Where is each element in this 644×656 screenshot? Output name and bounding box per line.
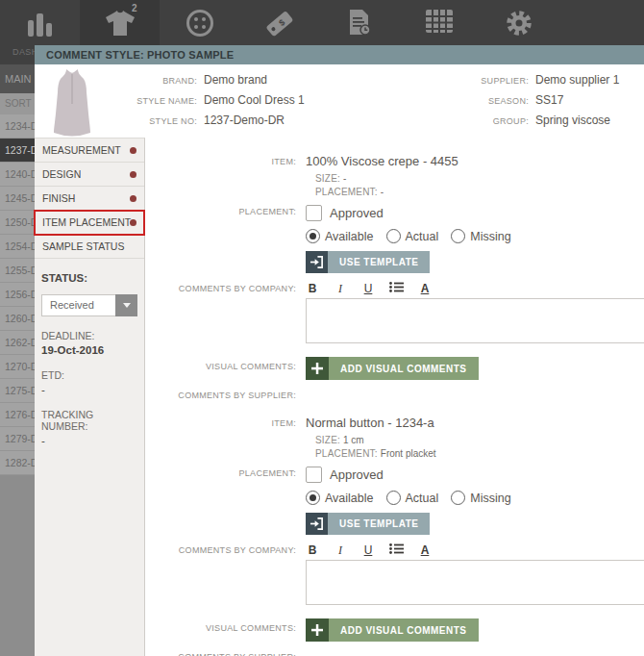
table-grid-icon [425,9,454,38]
sidebar-item-finish[interactable]: FINISH [35,187,144,211]
plus-icon [306,357,329,380]
list-item: 1282-D [0,451,35,475]
item-value: Normal button - 1234-a [306,416,644,430]
radio-circle [306,491,320,505]
size-label: SIZE: [315,435,340,445]
supplier-value: Demo supplier 1 [535,73,619,87]
season-value: SS17 [535,93,563,107]
status-dropdown[interactable]: Received [41,294,137,316]
radio-missing[interactable]: Missing [451,491,510,505]
italic-button[interactable]: I [334,282,347,296]
sidebar-item-design[interactable]: DESIGN [35,163,144,187]
availability-radio-group: Available Actual Missing [306,229,644,243]
placement-content: ITEM: 100% Viscose crepe - 4455 SIZE:- P… [146,138,644,656]
radio-circle [386,491,401,505]
deadline-label: DEADLINE: [41,330,137,341]
radio-circle [451,229,465,243]
list-item: 1254-D [0,235,35,259]
background-style-list: MAIN SORT 1234-D 1237-D 1240-D 1245-D 12… [0,64,35,656]
tracking-number-label: TRACKING NUMBER: [41,409,137,432]
placement-info-label: PLACEMENT: [315,448,378,459]
radio-available[interactable]: Available [306,491,374,505]
style-name-value: Demo Cool Dress 1 [204,93,305,107]
radio-circle [386,229,401,243]
comments-by-supplier-label: COMMENTS BY SUPPLIER: [146,649,306,656]
list-item: 1275-D [0,379,35,403]
item-label: ITEM: [146,416,306,430]
radio-circle [306,229,320,243]
list-item: 1279-D [0,427,35,451]
supplier-label: SUPPLIER: [426,76,529,86]
gear-icon [505,9,533,41]
list-icon[interactable] [389,543,404,558]
approved-checkbox[interactable] [306,205,322,221]
size-value: 1 cm [343,435,364,445]
text-format-toolbar: B I U A [306,542,644,558]
underline-button[interactable]: U [361,543,375,558]
red-status-dot [130,171,136,178]
tracking-number-value: - [41,435,137,446]
sidebar-item-sample-status[interactable]: SAMPLE STATUS [35,235,144,259]
bold-button[interactable]: B [306,543,319,558]
placement-info: PLACEMENT:Front placket [315,447,644,461]
placement-info-label: PLACEMENT: [315,187,378,197]
etd-value: - [41,384,137,395]
availability-radio-group: Available Actual Missing [306,491,644,505]
radio-available[interactable]: Available [306,229,374,243]
approved-label: Approved [330,467,384,482]
visual-comments-label: VISUAL COMMENTS: [146,357,306,380]
use-template-button[interactable]: USE TEMPLATE [306,513,430,535]
comments-by-company-label: COMMENTS BY COMPANY: [146,542,306,558]
company-comments-textarea[interactable] [306,298,644,343]
company-comments-textarea[interactable] [306,560,644,605]
add-visual-comments-button[interactable]: ADD VISUAL COMMENTS [306,618,479,642]
brand-label: BRAND: [94,76,197,86]
red-status-dot [130,219,136,226]
radio-missing[interactable]: Missing [451,229,510,243]
use-template-button[interactable]: USE TEMPLATE [306,251,430,273]
season-label: SEASON: [426,96,529,106]
placement-label: PLACEMENT: [146,467,306,483]
list-item: 1262-D [0,331,35,355]
list-item: 1276-D [0,403,35,427]
list-icon[interactable] [389,282,404,296]
brand-value: Demo brand [204,73,267,87]
sidebar-item-item-placement[interactable]: ITEM PLACEMENT [35,211,144,235]
placement-info: PLACEMENT:- [315,186,644,199]
radio-actual[interactable]: Actual [386,491,439,505]
price-tag-icon: $ [264,9,295,41]
group-value: Spring viscose [535,114,610,127]
style-info-header: BRAND:Demo brand STYLE NAME:Demo Cool Dr… [35,64,644,138]
list-item: 1260-D [0,307,35,331]
item-section-1: ITEM: 100% Viscose crepe - 4455 SIZE:- P… [146,154,644,400]
placement-label: PLACEMENT: [146,205,306,221]
font-color-button[interactable]: A [418,282,432,296]
size-value: - [343,173,346,184]
sidebar-item-measurement[interactable]: MEASUREMENT [35,139,144,163]
radio-circle [451,491,465,505]
deadline-value: 19-Oct-2016 [41,344,137,356]
list-item-selected: 1237-D [0,139,35,163]
red-status-dot [130,147,136,154]
list-item: 1234-D [0,114,35,139]
approved-checkbox[interactable] [306,467,322,483]
add-visual-comments-button[interactable]: ADD VISUAL COMMENTS [306,357,479,380]
italic-button[interactable]: I [334,543,347,558]
list-item: 1250-D [0,211,35,235]
import-icon [306,251,328,273]
text-format-toolbar: B I U A [306,281,644,296]
radio-actual[interactable]: Actual [386,229,439,243]
list-item: 1270-D [0,355,35,379]
list-item: 1245-D [0,187,35,211]
button-icon [186,9,214,41]
comments-by-supplier-label: COMMENTS BY SUPPLIER: [146,388,306,400]
underline-button[interactable]: U [361,282,375,296]
modal-sidebar: MEASUREMENT DESIGN FINISH ITEM PLACEMENT… [35,138,145,656]
font-color-button[interactable]: A [418,543,432,558]
list-item: 1255-D [0,259,35,283]
group-label: GROUP: [426,116,529,126]
bold-button[interactable]: B [306,282,319,296]
chevron-down-icon[interactable] [115,294,137,316]
sidebar-item-label: SAMPLE STATUS [42,240,124,252]
placement-info-value: - [381,187,384,197]
